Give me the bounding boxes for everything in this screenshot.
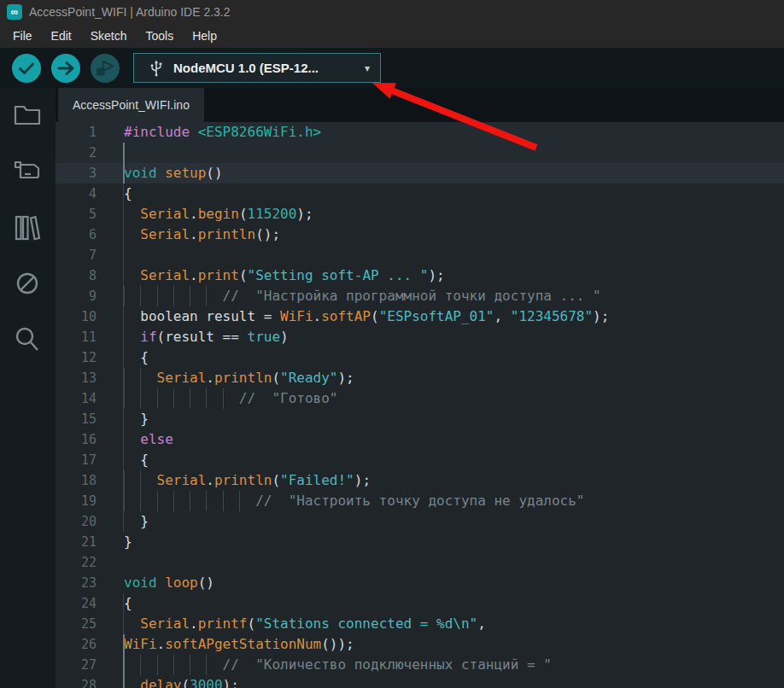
menu-item-help[interactable]: Help (183, 26, 226, 46)
indent-guide (223, 388, 239, 409)
line-number: 19 (56, 491, 97, 511)
indent-guide (206, 286, 222, 306)
indent-guide (190, 655, 206, 675)
sidebar-item-library-manager[interactable] (13, 214, 42, 242)
library-books-icon (16, 217, 39, 239)
code-line-25: 25 Serial.printf("Stations connected = %… (56, 614, 784, 634)
active-indent-guide (123, 634, 125, 688)
indent-guide (206, 655, 222, 675)
indent-guide (124, 470, 140, 491)
sidebar-item-search[interactable] (13, 325, 42, 353)
code-line-15: 15 } (56, 409, 784, 429)
line-number: 4 (56, 184, 97, 204)
indent-guide (124, 368, 140, 388)
code-line-5: 5 Serial.begin(115200); (56, 204, 784, 224)
arduino-logo-icon: ∞ (7, 4, 22, 20)
line-number: 10 (56, 306, 97, 327)
indent-guide (173, 286, 190, 306)
code-line-19: 19// "Настроить точку доступа не удалось… (56, 491, 784, 511)
line-number: 14 (56, 388, 97, 409)
indent-guide (140, 388, 156, 409)
indent-guide (190, 286, 206, 306)
indent-guide (223, 491, 239, 511)
indent-guide (190, 388, 206, 409)
indent-guide (124, 655, 140, 675)
code-line-28: 28 delay(3000); (56, 675, 784, 688)
line-number: 1 (56, 122, 97, 143)
upload-button[interactable] (50, 53, 81, 84)
window-title: AccessPoint_WIFI | Arduino IDE 2.3.2 (29, 5, 231, 19)
code-line-12: 12 { (56, 347, 784, 368)
code-line-11: 11 if(result == true) (56, 327, 784, 347)
indent-guide (206, 491, 222, 511)
indent-guide (157, 388, 173, 409)
folder-icon (15, 107, 39, 124)
code-line-23: 23void loop() (56, 573, 784, 593)
code-line-4: 4{ (56, 184, 784, 204)
line-number: 16 (56, 429, 97, 450)
line-number: 21 (56, 532, 97, 552)
indent-guide (190, 491, 206, 511)
line-number: 18 (56, 470, 97, 491)
indent-guide (140, 286, 156, 306)
line-number: 9 (56, 286, 97, 306)
indent-guide (173, 491, 190, 511)
code-line-24: 24{ (56, 593, 784, 614)
sidebar-item-debug[interactable] (13, 271, 42, 296)
line-number: 13 (56, 368, 97, 388)
code-line-9: 9// "Настройка программной точки доступа… (56, 286, 784, 306)
code-editor[interactable]: 1#include <ESP8266WiFi.h>23void setup()4… (56, 122, 784, 688)
title-bar: ∞ AccessPoint_WIFI | Arduino IDE 2.3.2 (0, 0, 784, 24)
code-line-14: 14// "Готово" (56, 388, 784, 409)
code-line-17: 17 { (56, 450, 784, 470)
toolbar: NodeMCU 1.0 (ESP-12... ▾ (0, 48, 784, 88)
verify-button[interactable] (11, 53, 42, 84)
line-number: 3 (56, 163, 97, 184)
line-number: 22 (56, 552, 97, 573)
debug-disabled-icon (18, 274, 37, 293)
line-number: 25 (56, 614, 97, 634)
line-number: 17 (56, 450, 97, 470)
line-number: 2 (56, 143, 97, 163)
code-line-21: 21} (56, 532, 784, 552)
line-number: 23 (56, 573, 97, 593)
code-line-6: 6 Serial.println(); (56, 224, 784, 245)
indent-guide (173, 655, 190, 675)
indent-guide (123, 184, 124, 532)
search-icon (17, 329, 38, 350)
menu-item-edit[interactable]: Edit (42, 26, 81, 46)
code-line-18: 18Serial.println("Failed!"); (56, 470, 784, 491)
menu-item-file[interactable]: File (3, 26, 42, 46)
indent-guide (157, 655, 173, 675)
indent-guide (140, 491, 156, 511)
line-number: 5 (56, 204, 97, 224)
code-line-26: 26WiFi.softAPgetStationNum()); (56, 634, 784, 655)
code-line-13: 13Serial.println("Ready"); (56, 368, 784, 388)
indent-guide (239, 491, 255, 511)
usb-icon (149, 60, 163, 77)
indent-guide (124, 388, 140, 409)
code-line-3: 3void setup() (56, 163, 784, 184)
line-number: 20 (56, 511, 97, 532)
line-number: 7 (56, 245, 97, 265)
debug-button[interactable] (90, 53, 120, 84)
chevron-down-icon: ▾ (365, 62, 370, 74)
indent-guide (173, 388, 190, 409)
code-line-20: 20 } (56, 511, 784, 532)
active-indent-guide (123, 143, 125, 184)
line-number: 8 (56, 265, 97, 286)
menu-item-sketch[interactable]: Sketch (81, 26, 137, 46)
line-number: 28 (56, 675, 97, 688)
indent-guide (124, 286, 140, 306)
indent-guide (157, 286, 173, 306)
debug-circle (91, 54, 120, 83)
editor-tab-bar: AccessPoint_WIFI.ino (56, 88, 784, 122)
tab-accesspoint-wifi-ino[interactable]: AccessPoint_WIFI.ino (58, 88, 204, 122)
code-line-10: 10 boolean result = WiFi.softAP("ESPsoft… (56, 306, 784, 327)
menu-item-tools[interactable]: Tools (137, 26, 184, 46)
board-selector-dropdown[interactable]: NodeMCU 1.0 (ESP-12... ▾ (133, 53, 381, 83)
indent-guide (140, 368, 156, 388)
sidebar-item-sketchbook[interactable] (13, 102, 42, 127)
sidebar-item-boards-manager[interactable] (13, 158, 42, 184)
code-line-1: 1#include <ESP8266WiFi.h> (56, 122, 784, 143)
